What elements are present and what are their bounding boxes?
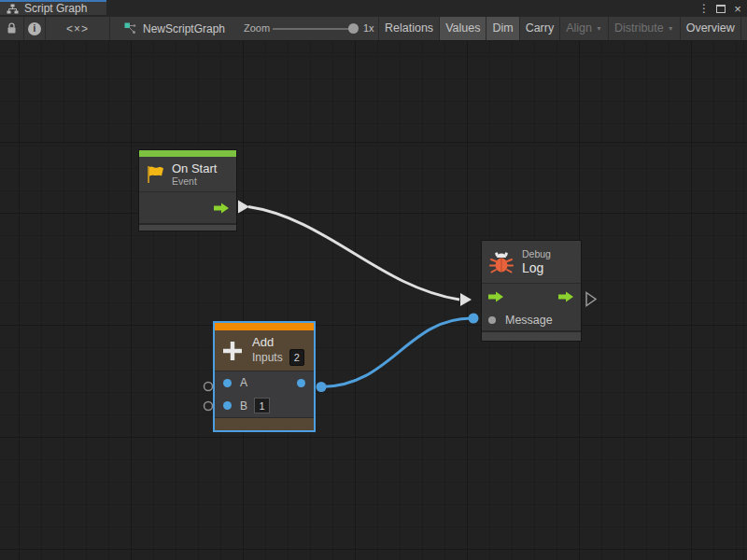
toggle-dim[interactable]: Dim [486,17,518,40]
node-category: Debug [522,248,551,260]
zoom-value: 1x [363,17,374,40]
window-close-icon[interactable]: × [730,0,745,17]
inputs-count-field[interactable]: 2 [289,349,304,366]
inputs-label: Inputs [252,352,283,363]
node-on-start[interactable]: On Start Event [139,150,236,231]
add-titles: Add Inputs 2 [252,335,304,366]
port-b-input[interactable] [223,401,232,410]
graph-canvas[interactable] [0,41,747,560]
on-start-footer [139,223,236,231]
message-port-label: Message [505,314,553,327]
button-overview[interactable]: Overview [680,17,740,40]
tab-title: Script Graph [24,2,87,15]
message-input-port[interactable] [488,316,496,324]
button-full-screen[interactable]: Full S [740,17,747,40]
node-title: On Start [172,161,217,175]
toolbar-toggle-group: Relations Values Dim Carry Align ▼ Distr… [378,17,747,40]
window-maximize-icon[interactable] [713,0,728,17]
distribute-label: Distribute [614,17,664,40]
zoom-label: Zoom [244,17,270,40]
code-preview-button[interactable]: <×> [46,17,109,40]
flow-output-port[interactable] [213,203,230,214]
on-start-body [139,191,236,223]
port-a-input[interactable] [223,379,232,387]
chevron-down-icon: ▼ [668,17,674,40]
align-label: Align [566,17,592,40]
event-colorbar [139,150,236,157]
flow-input-port[interactable] [487,291,504,302]
hierarchy-icon [7,4,19,14]
toggle-carry[interactable]: Carry [519,17,560,40]
debug-log-footer [482,330,581,341]
debug-log-message-row: Message [482,309,581,330]
port-b-label: B [240,399,247,413]
toggle-values[interactable]: Values [439,17,486,40]
graph-name-label: NewScriptGraph [143,22,225,35]
tab-script-graph[interactable]: Script Graph [0,0,106,15]
port-a-label: A [240,376,247,389]
on-start-titles: On Start Event [172,161,217,187]
lock-icon [7,22,17,35]
debug-log-header: Debug Log [482,241,581,283]
info-icon: i [28,22,41,35]
add-header: Add Inputs 2 [215,330,314,371]
plus-icon [220,339,245,363]
maximize-box [716,5,726,13]
on-start-header: On Start Event [139,157,236,191]
zoom-slider-track[interactable] [273,28,353,30]
toolbar-separator [109,17,110,40]
info-button[interactable]: i [24,17,45,40]
dropdown-distribute[interactable]: Distribute ▼ [608,17,680,40]
node-debug-log[interactable]: Debug Log Message [482,241,581,341]
titlebar: Script Graph ⋮ × [0,0,747,17]
graph-toolbar: i <×> NewScriptGraph Zoom 1x Relations V… [0,17,747,41]
node-subtitle: Event [172,175,217,187]
lock-button[interactable] [0,17,23,40]
dropdown-align[interactable]: Align ▼ [559,17,608,40]
toggle-relations[interactable]: Relations [378,17,439,40]
result-output-port[interactable] [297,379,305,387]
zoom-slider-handle[interactable] [348,23,359,34]
script-graph-window: Script Graph ⋮ × i <×> [0,0,747,560]
port-b-value-field[interactable]: 1 [254,398,270,413]
node-title: Add [252,335,304,349]
chevron-down-icon: ▼ [596,17,602,40]
node-add[interactable]: Add Inputs 2 A B 1 [215,323,314,430]
code-icon: <×> [66,22,89,35]
flag-icon [145,164,165,185]
window-menu-icon[interactable]: ⋮ [698,0,710,17]
node-title: Log [522,260,551,275]
flow-output-port[interactable] [557,291,574,302]
add-port-row-b: B 1 [215,394,314,417]
add-colorbar [215,323,314,330]
graph-asset-icon [124,22,136,35]
add-port-row-a: A [215,371,314,394]
add-footer [215,417,314,430]
graph-name-breadcrumb[interactable]: NewScriptGraph [124,17,225,40]
debug-log-flow-row [482,283,581,309]
debug-log-titles: Debug Log [522,248,551,275]
bug-icon [489,250,514,274]
